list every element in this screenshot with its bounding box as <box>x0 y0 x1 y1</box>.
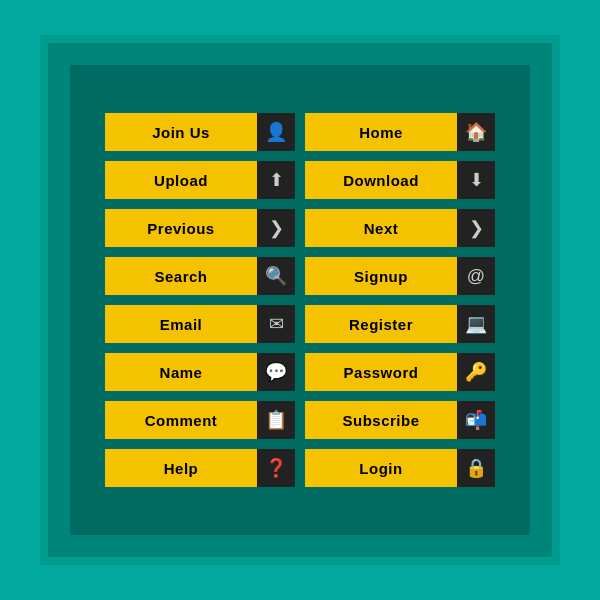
button-label: Next <box>305 209 457 247</box>
button-label: Password <box>305 353 457 391</box>
outer-border: Join Us👤Home🏠Upload⬆Download⬇Previous❯Ne… <box>40 35 560 565</box>
button-label: Upload <box>105 161 257 199</box>
register-button[interactable]: Register💻 <box>305 305 495 343</box>
login-icon: 🔒 <box>457 449 495 487</box>
button-label: Login <box>305 449 457 487</box>
password-icon: 🔑 <box>457 353 495 391</box>
button-label: Subscribe <box>305 401 457 439</box>
previous-button[interactable]: Previous❯ <box>105 209 295 247</box>
inner-panel: Join Us👤Home🏠Upload⬆Download⬇Previous❯Ne… <box>70 65 530 535</box>
upload-button[interactable]: Upload⬆ <box>105 161 295 199</box>
signup-icon: @ <box>457 257 495 295</box>
email-icon: ✉ <box>257 305 295 343</box>
button-label: Join Us <box>105 113 257 151</box>
button-label: Register <box>305 305 457 343</box>
home-button[interactable]: Home🏠 <box>305 113 495 151</box>
button-label: Email <box>105 305 257 343</box>
search-button[interactable]: Search🔍 <box>105 257 295 295</box>
download-button[interactable]: Download⬇ <box>305 161 495 199</box>
join-us-button[interactable]: Join Us👤 <box>105 113 295 151</box>
button-label: Name <box>105 353 257 391</box>
download-icon: ⬇ <box>457 161 495 199</box>
name-icon: 💬 <box>257 353 295 391</box>
upload-icon: ⬆ <box>257 161 295 199</box>
password-button[interactable]: Password🔑 <box>305 353 495 391</box>
button-label: Home <box>305 113 457 151</box>
button-label: Signup <box>305 257 457 295</box>
button-label: Search <box>105 257 257 295</box>
search-icon: 🔍 <box>257 257 295 295</box>
comment-icon: 📋 <box>257 401 295 439</box>
register-icon: 💻 <box>457 305 495 343</box>
email-button[interactable]: Email✉ <box>105 305 295 343</box>
next-icon: ❯ <box>457 209 495 247</box>
button-label: Comment <box>105 401 257 439</box>
subscribe-button[interactable]: Subscribe📬 <box>305 401 495 439</box>
button-label: Download <box>305 161 457 199</box>
next-button[interactable]: Next❯ <box>305 209 495 247</box>
subscribe-icon: 📬 <box>457 401 495 439</box>
button-label: Help <box>105 449 257 487</box>
button-grid: Join Us👤Home🏠Upload⬆Download⬇Previous❯Ne… <box>85 93 515 507</box>
signup-button[interactable]: Signup@ <box>305 257 495 295</box>
button-label: Previous <box>105 209 257 247</box>
login-button[interactable]: Login🔒 <box>305 449 495 487</box>
comment-button[interactable]: Comment📋 <box>105 401 295 439</box>
name-button[interactable]: Name💬 <box>105 353 295 391</box>
help-icon: ❓ <box>257 449 295 487</box>
help-button[interactable]: Help❓ <box>105 449 295 487</box>
previous-icon: ❯ <box>257 209 295 247</box>
home-icon: 🏠 <box>457 113 495 151</box>
join-us-icon: 👤 <box>257 113 295 151</box>
